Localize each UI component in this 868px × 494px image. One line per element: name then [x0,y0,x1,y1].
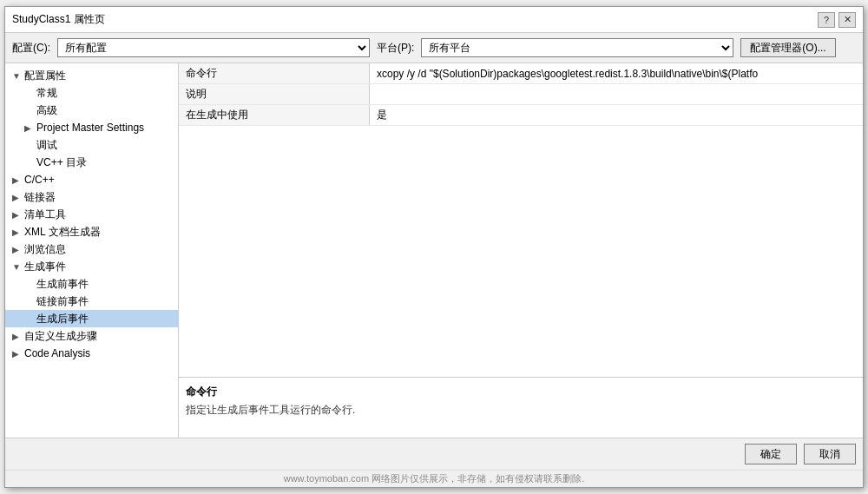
main-content: ▼配置属性常规高级▶Project Master Settings调试VC++ … [5,63,863,438]
props-row-2: 在生成中使用是 [179,105,863,126]
tree-item-post-build[interactable]: 生成后事件 [5,310,178,327]
tree-label-project-master: Project Master Settings [36,122,144,134]
tree-item-config-props[interactable]: ▼配置属性 [5,67,178,84]
tree-label-browse: 浏览信息 [24,242,66,257]
left-panel: ▼配置属性常规高级▶Project Master Settings调试VC++ … [5,63,179,438]
tree-label-post-build: 生成后事件 [36,312,89,326]
prop-name-2: 在生成中使用 [179,105,370,125]
prop-value-0[interactable]: xcopy /y /d "$(SolutionDir)packages\goog… [370,63,863,83]
tree-label-general: 常规 [36,86,57,101]
tree-item-custom-build[interactable]: ▶自定义生成步骤 [5,327,178,345]
watermark: www.toymoban.com 网络图片仅供展示，非存储，如有侵权请联系删除. [5,470,863,487]
tree-arrow-cpp: ▶ [12,175,24,185]
dialog: StudyClass1 属性页 ? ✕ 配置(C): 所有配置 平台(P): 所… [4,6,864,488]
tree-arrow-manifest: ▶ [12,210,24,220]
tree-arrow-browse: ▶ [12,245,24,254]
help-button[interactable]: ? [818,12,835,28]
tree-item-pre-build[interactable]: 生成前事件 [5,275,178,293]
tree-arrow-build-events: ▼ [12,262,24,272]
prop-name-0: 命令行 [179,63,370,83]
tree-arrow-xml-gen: ▶ [12,227,24,237]
tree-label-code-analysis: Code Analysis [24,347,90,359]
title-bar-buttons: ? ✕ [818,12,856,28]
tree-label-debug: 调试 [36,138,57,153]
props-row-1: 说明 [179,84,863,105]
tree-item-xml-gen[interactable]: ▶XML 文档生成器 [5,223,178,240]
tree-label-pre-link: 链接前事件 [36,294,89,309]
tree-arrow-project-master: ▶ [24,123,36,133]
tree-item-build-events[interactable]: ▼生成事件 [5,258,178,275]
desc-text: 指定让生成后事件工具运行的命令行. [186,403,856,418]
right-panel: 命令行xcopy /y /d "$(SolutionDir)packages\g… [179,63,863,438]
desc-title: 命令行 [186,385,856,399]
props-row-0: 命令行xcopy /y /d "$(SolutionDir)packages\g… [179,63,863,84]
config-label: 配置(C): [12,41,50,56]
title-bar: StudyClass1 属性页 ? ✕ [5,7,863,33]
tree-item-cpp[interactable]: ▶C/C++ [5,171,178,188]
dialog-title: StudyClass1 属性页 [12,12,105,27]
tree-label-config-props: 配置属性 [24,69,66,83]
tree-label-xml-gen: XML 文档生成器 [24,225,101,240]
close-button[interactable]: ✕ [838,12,856,28]
tree-label-pre-build: 生成前事件 [36,277,89,292]
tree-item-general[interactable]: 常规 [5,84,178,102]
prop-name-1: 说明 [179,84,370,104]
tree-arrow-custom-build: ▶ [12,332,24,341]
platform-select[interactable]: 所有平台 [421,38,733,57]
toolbar: 配置(C): 所有配置 平台(P): 所有平台 配置管理器(O)... [5,33,863,63]
cancel-button[interactable]: 取消 [804,444,856,464]
tree-item-debug[interactable]: 调试 [5,136,178,154]
props-table: 命令行xcopy /y /d "$(SolutionDir)packages\g… [179,63,863,377]
tree-label-manifest: 清单工具 [24,207,66,222]
ok-button[interactable]: 确定 [745,444,797,464]
tree-item-pre-link[interactable]: 链接前事件 [5,293,178,310]
tree-item-manifest[interactable]: ▶清单工具 [5,206,178,223]
tree-label-linker: 链接器 [24,190,56,205]
tree-label-cpp: C/C++ [24,174,55,186]
tree-arrow-linker: ▶ [12,193,24,202]
tree-item-advanced[interactable]: 高级 [5,102,178,119]
description-panel: 命令行 指定让生成后事件工具运行的命令行. [179,377,863,438]
tree-arrow-config-props: ▼ [12,71,24,81]
tree-item-browse[interactable]: ▶浏览信息 [5,240,178,258]
prop-value-1[interactable] [370,84,863,104]
tree-arrow-code-analysis: ▶ [12,349,24,359]
platform-label: 平台(P): [377,41,414,56]
config-select[interactable]: 所有配置 [57,38,370,57]
config-manager-button[interactable]: 配置管理器(O)... [740,38,835,57]
tree-label-custom-build: 自定义生成步骤 [24,329,97,344]
tree-item-vcpp-dirs[interactable]: VC++ 目录 [5,154,178,171]
tree-label-build-events: 生成事件 [24,260,66,274]
footer: 确定 取消 [5,438,863,470]
tree-label-vcpp-dirs: VC++ 目录 [36,155,87,170]
tree-item-project-master[interactable]: ▶Project Master Settings [5,119,178,136]
tree-item-code-analysis[interactable]: ▶Code Analysis [5,345,178,362]
prop-value-2[interactable]: 是 [370,105,863,125]
tree-item-linker[interactable]: ▶链接器 [5,188,178,206]
tree-label-advanced: 高级 [36,103,57,118]
